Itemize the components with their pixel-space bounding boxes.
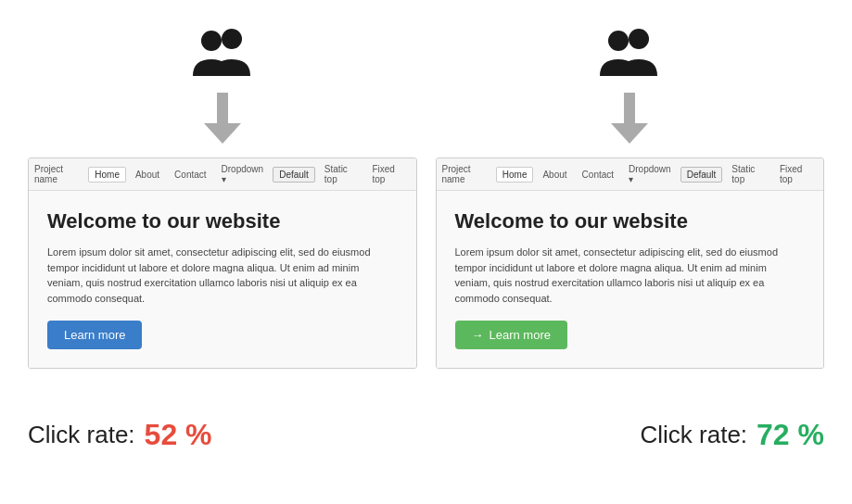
- svg-marker-7: [611, 123, 648, 144]
- click-rate-value-a: 52 %: [145, 418, 212, 452]
- click-rate-label-b: Click rate:: [640, 421, 747, 449]
- svg-rect-6: [624, 93, 635, 125]
- ab-test-container: Project name Home About Contact Dropdown…: [28, 19, 824, 485]
- nav-fixed-b[interactable]: Fixed top: [774, 162, 818, 186]
- click-rate-a: Click rate: 52 %: [28, 384, 212, 485]
- nav-fixed-a[interactable]: Fixed top: [366, 162, 410, 186]
- nav-about-b[interactable]: About: [537, 168, 572, 182]
- people-group-icon-a: [185, 28, 260, 83]
- learn-more-button-b[interactable]: → Learn more: [455, 321, 567, 349]
- people-group-icon-b: [592, 28, 667, 83]
- heading-b: Welcome to our website: [455, 209, 806, 233]
- nav-contact-b[interactable]: Contact: [577, 168, 619, 182]
- nav-static-a[interactable]: Static top: [319, 162, 363, 186]
- nav-dropdown-a[interactable]: Dropdown ▾: [216, 162, 270, 186]
- click-rate-b: Click rate: 72 %: [640, 384, 824, 485]
- body-text-b: Lorem ipsum dolor sit amet, consectetur …: [455, 245, 806, 306]
- svg-marker-3: [204, 123, 241, 144]
- nav-brand-b: Project name: [442, 164, 489, 184]
- svg-rect-2: [217, 93, 228, 125]
- browser-nav-b: Project name Home About Contact Dropdown…: [437, 158, 824, 191]
- browser-content-a: Welcome to our website Lorem ipsum dolor…: [29, 191, 416, 368]
- click-rate-value-b: 72 %: [757, 418, 824, 452]
- variant-a: Project name Home About Contact Dropdown…: [28, 19, 417, 485]
- nav-dropdown-b[interactable]: Dropdown ▾: [623, 162, 677, 186]
- nav-home-b[interactable]: Home: [496, 167, 534, 183]
- svg-point-0: [201, 31, 222, 51]
- nav-static-b[interactable]: Static top: [726, 162, 770, 186]
- learn-more-button-a[interactable]: Learn more: [47, 321, 142, 349]
- down-arrow-a: [204, 93, 241, 148]
- nav-default-a[interactable]: Default: [273, 167, 315, 183]
- mini-browser-b: Project name Home About Contact Dropdown…: [436, 158, 825, 369]
- browser-nav-a: Project name Home About Contact Dropdown…: [29, 158, 416, 191]
- down-arrow-b: [611, 93, 648, 148]
- button-arrow-icon: →: [472, 328, 484, 342]
- mini-browser-a: Project name Home About Contact Dropdown…: [28, 158, 417, 369]
- variant-b: Project name Home About Contact Dropdown…: [436, 19, 825, 485]
- nav-about-a[interactable]: About: [130, 168, 165, 182]
- browser-content-b: Welcome to our website Lorem ipsum dolor…: [437, 191, 824, 368]
- click-rate-label-a: Click rate:: [28, 421, 135, 449]
- svg-point-5: [629, 29, 649, 49]
- svg-point-4: [608, 31, 629, 51]
- nav-default-b[interactable]: Default: [680, 167, 723, 183]
- nav-brand-a: Project name: [34, 164, 81, 184]
- nav-contact-a[interactable]: Contact: [169, 168, 211, 182]
- button-label-b: Learn more: [490, 328, 551, 342]
- svg-point-1: [222, 29, 242, 49]
- heading-a: Welcome to our website: [47, 209, 398, 233]
- nav-home-a[interactable]: Home: [88, 167, 126, 183]
- body-text-a: Lorem ipsum dolor sit amet, consectetur …: [47, 245, 398, 306]
